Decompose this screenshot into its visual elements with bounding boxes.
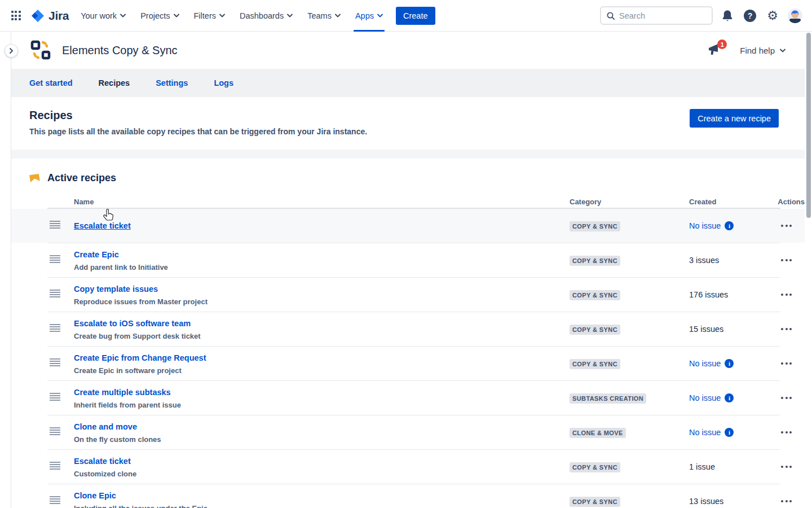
main-content: Elements Copy & Sync 1 Find help	[11, 32, 805, 508]
recipe-name-block: Create Epic from Change Request Create E…	[74, 353, 570, 375]
recipe-category-cell: COPY & SYNC	[570, 221, 689, 231]
recipe-link[interactable]: Clone Epic	[74, 491, 116, 500]
recipe-link[interactable]: Escalate ticket	[74, 221, 131, 230]
page-head: Recipes This page lists all the availabl…	[11, 97, 805, 150]
info-icon[interactable]: i	[725, 393, 734, 402]
info-icon[interactable]: i	[725, 221, 734, 230]
recipe-created-cell: No issue i	[689, 428, 768, 437]
announcements-button[interactable]: 1	[707, 43, 723, 58]
info-icon[interactable]: i	[725, 359, 734, 368]
drag-handle-icon[interactable]	[50, 221, 60, 231]
settings-button[interactable]: ⚙	[764, 7, 782, 25]
recipe-category-cell: SUBTASKS CREATION	[570, 393, 689, 404]
created-value: 13 issues	[689, 497, 723, 506]
drag-handle-icon[interactable]	[50, 393, 60, 404]
recipe-link[interactable]: Create multiple subtasks	[74, 388, 171, 397]
more-actions-button[interactable]	[779, 221, 794, 230]
recipe-description: Reproduce issues from Master project	[74, 297, 556, 306]
elements-copy-sync-logo	[29, 39, 52, 62]
nav-your-work[interactable]: Your work	[73, 0, 133, 32]
more-actions-button[interactable]	[779, 428, 794, 437]
created-value: No issue	[689, 393, 721, 402]
recipe-name-block: Escalate ticket Customized clone	[74, 456, 570, 478]
search-input[interactable]	[619, 11, 698, 20]
recipe-link[interactable]: Create Epic from Change Request	[74, 353, 206, 362]
jira-wordmark: Jira	[48, 9, 69, 23]
category-badge: CLONE & MOVE	[570, 428, 626, 438]
drag-handle-icon[interactable]	[50, 358, 60, 369]
tab-recipes[interactable]: Recipes	[99, 78, 130, 87]
notifications-button[interactable]	[718, 7, 736, 25]
notification-count-badge: 1	[717, 40, 727, 49]
created-value: No issue	[689, 221, 721, 230]
section-title: Active recipes	[47, 172, 116, 184]
recipe-name-block: Copy template issues Reproduce issues fr…	[74, 284, 570, 306]
tab-get-started[interactable]: Get started	[29, 78, 73, 87]
more-actions-button[interactable]	[779, 290, 794, 299]
drag-handle-icon[interactable]	[50, 324, 60, 335]
drag-handle-icon[interactable]	[50, 255, 60, 266]
nav-right-icons: ? ⚙	[718, 7, 804, 25]
app-switcher-icon	[11, 11, 21, 20]
table-row: Escalate ticket COPY & SYNC No issue i	[11, 209, 805, 243]
nav-apps[interactable]: Apps	[348, 0, 390, 32]
nav-filters[interactable]: Filters	[187, 0, 232, 32]
drag-handle-icon[interactable]	[50, 462, 60, 472]
info-icon[interactable]: i	[725, 428, 734, 437]
recipe-name-block: Create multiple subtasks Inherit fields …	[74, 387, 570, 409]
app-tabs: Get started Recipes Settings Logs	[11, 69, 805, 97]
category-badge: COPY & SYNC	[570, 325, 620, 335]
table-row: Create Epic Add parent link to Initiativ…	[11, 243, 805, 277]
recipe-link[interactable]: Clone and move	[74, 422, 137, 431]
category-badge: COPY & SYNC	[570, 497, 620, 507]
create-button[interactable]: Create	[396, 7, 435, 25]
recipe-category-cell: COPY & SYNC	[570, 462, 689, 472]
created-value: No issue	[689, 428, 721, 437]
more-actions-button[interactable]	[779, 497, 794, 506]
nav-teams[interactable]: Teams	[300, 0, 348, 32]
jira-home-link[interactable]: Jira	[25, 8, 73, 23]
profile-button[interactable]	[786, 7, 804, 25]
tab-logs[interactable]: Logs	[214, 78, 233, 87]
table-header: Name Category Created Actions	[11, 195, 805, 208]
recipe-actions-cell	[768, 359, 805, 368]
recipe-link[interactable]: Copy template issues	[74, 284, 158, 294]
more-actions-button[interactable]	[779, 325, 794, 334]
drag-handle-icon[interactable]	[50, 427, 60, 438]
vertical-scrollbar[interactable]	[805, 32, 812, 508]
more-actions-button[interactable]	[779, 393, 794, 402]
created-value: No issue	[689, 359, 721, 368]
bell-icon	[722, 10, 733, 22]
more-actions-button[interactable]	[779, 462, 794, 471]
gear-icon: ⚙	[767, 10, 778, 22]
more-actions-button[interactable]	[779, 359, 794, 368]
column-name: Name	[74, 198, 570, 206]
tab-settings[interactable]: Settings	[156, 78, 188, 87]
nav-dashboards[interactable]: Dashboards	[232, 0, 300, 32]
expand-sidebar-button[interactable]	[5, 44, 18, 58]
chevron-down-icon	[335, 14, 341, 17]
jira-window: Jira Your work Projects Filters Dashboar…	[0, 0, 812, 508]
chevron-right-icon	[9, 48, 14, 54]
chevron-down-icon	[174, 14, 179, 17]
find-help-dropdown[interactable]: Find help	[740, 46, 785, 55]
table-row: Clone and move On the fly custom clones …	[11, 415, 805, 449]
recipe-category-cell: CLONE & MOVE	[570, 427, 689, 438]
app-switcher-button[interactable]	[7, 7, 25, 25]
global-search[interactable]	[600, 6, 713, 25]
recipe-name-block: Clone and move On the fly custom clones	[74, 422, 570, 444]
help-icon: ?	[744, 10, 756, 22]
category-badge: COPY & SYNC	[570, 290, 620, 300]
recipe-category-cell: COPY & SYNC	[570, 358, 689, 369]
recipe-link[interactable]: Create Epic	[74, 250, 119, 259]
recipe-link[interactable]: Escalate to iOS software team	[74, 319, 191, 328]
more-actions-button[interactable]	[779, 256, 794, 265]
recipe-created-cell: No issue i	[689, 221, 768, 230]
create-new-recipe-button[interactable]: Create a new recipe	[690, 109, 779, 128]
drag-handle-icon[interactable]	[50, 496, 60, 507]
scrollbar-thumb[interactable]	[806, 33, 811, 218]
recipe-link[interactable]: Escalate ticket	[74, 457, 131, 466]
nav-projects[interactable]: Projects	[133, 0, 186, 32]
help-button[interactable]: ?	[741, 7, 759, 25]
drag-handle-icon[interactable]	[50, 290, 60, 300]
